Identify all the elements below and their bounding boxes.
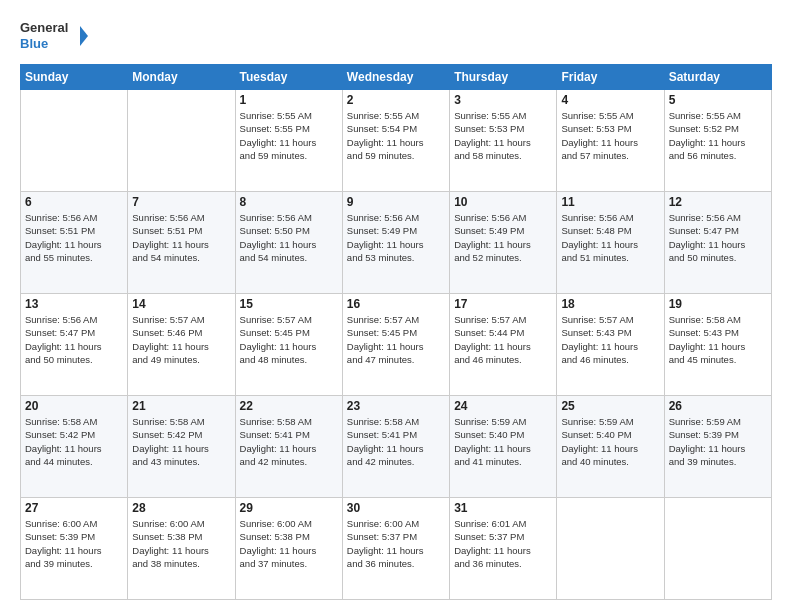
- svg-text:General: General: [20, 20, 68, 35]
- day-number: 4: [561, 93, 659, 107]
- day-info: Sunrise: 5:57 AM Sunset: 5:46 PM Dayligh…: [132, 313, 230, 366]
- day-number: 29: [240, 501, 338, 515]
- svg-marker-2: [80, 26, 88, 46]
- svg-text:Blue: Blue: [20, 36, 48, 51]
- day-number: 30: [347, 501, 445, 515]
- weekday-header-friday: Friday: [557, 65, 664, 90]
- calendar-day-cell: 7Sunrise: 5:56 AM Sunset: 5:51 PM Daylig…: [128, 192, 235, 294]
- calendar-day-cell: 18Sunrise: 5:57 AM Sunset: 5:43 PM Dayli…: [557, 294, 664, 396]
- calendar-day-cell: 5Sunrise: 5:55 AM Sunset: 5:52 PM Daylig…: [664, 90, 771, 192]
- calendar-day-cell: 13Sunrise: 5:56 AM Sunset: 5:47 PM Dayli…: [21, 294, 128, 396]
- calendar-day-cell: 8Sunrise: 5:56 AM Sunset: 5:50 PM Daylig…: [235, 192, 342, 294]
- calendar-day-cell: 9Sunrise: 5:56 AM Sunset: 5:49 PM Daylig…: [342, 192, 449, 294]
- day-number: 14: [132, 297, 230, 311]
- day-info: Sunrise: 5:58 AM Sunset: 5:41 PM Dayligh…: [347, 415, 445, 468]
- calendar-week-row: 1Sunrise: 5:55 AM Sunset: 5:55 PM Daylig…: [21, 90, 772, 192]
- calendar-day-cell: 29Sunrise: 6:00 AM Sunset: 5:38 PM Dayli…: [235, 498, 342, 600]
- day-number: 10: [454, 195, 552, 209]
- calendar-day-cell: 25Sunrise: 5:59 AM Sunset: 5:40 PM Dayli…: [557, 396, 664, 498]
- day-number: 15: [240, 297, 338, 311]
- calendar-day-cell: 1Sunrise: 5:55 AM Sunset: 5:55 PM Daylig…: [235, 90, 342, 192]
- calendar-day-cell: 6Sunrise: 5:56 AM Sunset: 5:51 PM Daylig…: [21, 192, 128, 294]
- calendar-day-cell: 2Sunrise: 5:55 AM Sunset: 5:54 PM Daylig…: [342, 90, 449, 192]
- day-info: Sunrise: 5:59 AM Sunset: 5:39 PM Dayligh…: [669, 415, 767, 468]
- day-number: 31: [454, 501, 552, 515]
- day-info: Sunrise: 5:55 AM Sunset: 5:53 PM Dayligh…: [561, 109, 659, 162]
- generalblue-logo: General Blue: [20, 16, 90, 56]
- day-number: 16: [347, 297, 445, 311]
- weekday-header-sunday: Sunday: [21, 65, 128, 90]
- day-info: Sunrise: 5:57 AM Sunset: 5:45 PM Dayligh…: [240, 313, 338, 366]
- day-info: Sunrise: 5:55 AM Sunset: 5:53 PM Dayligh…: [454, 109, 552, 162]
- day-number: 21: [132, 399, 230, 413]
- day-info: Sunrise: 5:57 AM Sunset: 5:43 PM Dayligh…: [561, 313, 659, 366]
- day-number: 26: [669, 399, 767, 413]
- calendar-day-cell: 4Sunrise: 5:55 AM Sunset: 5:53 PM Daylig…: [557, 90, 664, 192]
- day-number: 1: [240, 93, 338, 107]
- day-info: Sunrise: 5:59 AM Sunset: 5:40 PM Dayligh…: [561, 415, 659, 468]
- calendar-week-row: 27Sunrise: 6:00 AM Sunset: 5:39 PM Dayli…: [21, 498, 772, 600]
- calendar-day-cell: 22Sunrise: 5:58 AM Sunset: 5:41 PM Dayli…: [235, 396, 342, 498]
- day-number: 17: [454, 297, 552, 311]
- day-info: Sunrise: 5:56 AM Sunset: 5:48 PM Dayligh…: [561, 211, 659, 264]
- day-info: Sunrise: 5:56 AM Sunset: 5:49 PM Dayligh…: [454, 211, 552, 264]
- day-info: Sunrise: 5:58 AM Sunset: 5:43 PM Dayligh…: [669, 313, 767, 366]
- calendar-day-cell: 16Sunrise: 5:57 AM Sunset: 5:45 PM Dayli…: [342, 294, 449, 396]
- day-number: 25: [561, 399, 659, 413]
- day-info: Sunrise: 6:00 AM Sunset: 5:38 PM Dayligh…: [132, 517, 230, 570]
- calendar-day-cell: 24Sunrise: 5:59 AM Sunset: 5:40 PM Dayli…: [450, 396, 557, 498]
- calendar-day-cell: 17Sunrise: 5:57 AM Sunset: 5:44 PM Dayli…: [450, 294, 557, 396]
- calendar-day-cell: 19Sunrise: 5:58 AM Sunset: 5:43 PM Dayli…: [664, 294, 771, 396]
- day-info: Sunrise: 5:56 AM Sunset: 5:49 PM Dayligh…: [347, 211, 445, 264]
- weekday-header-saturday: Saturday: [664, 65, 771, 90]
- day-number: 13: [25, 297, 123, 311]
- day-info: Sunrise: 5:58 AM Sunset: 5:42 PM Dayligh…: [132, 415, 230, 468]
- calendar-day-cell: 12Sunrise: 5:56 AM Sunset: 5:47 PM Dayli…: [664, 192, 771, 294]
- weekday-header-row: SundayMondayTuesdayWednesdayThursdayFrid…: [21, 65, 772, 90]
- calendar-day-cell: 30Sunrise: 6:00 AM Sunset: 5:37 PM Dayli…: [342, 498, 449, 600]
- day-number: 8: [240, 195, 338, 209]
- day-number: 11: [561, 195, 659, 209]
- day-info: Sunrise: 5:56 AM Sunset: 5:50 PM Dayligh…: [240, 211, 338, 264]
- day-info: Sunrise: 5:56 AM Sunset: 5:51 PM Dayligh…: [132, 211, 230, 264]
- calendar-day-cell: 3Sunrise: 5:55 AM Sunset: 5:53 PM Daylig…: [450, 90, 557, 192]
- calendar-day-cell: 15Sunrise: 5:57 AM Sunset: 5:45 PM Dayli…: [235, 294, 342, 396]
- logo: General Blue: [20, 16, 90, 56]
- calendar-week-row: 20Sunrise: 5:58 AM Sunset: 5:42 PM Dayli…: [21, 396, 772, 498]
- day-info: Sunrise: 5:56 AM Sunset: 5:47 PM Dayligh…: [25, 313, 123, 366]
- calendar-week-row: 6Sunrise: 5:56 AM Sunset: 5:51 PM Daylig…: [21, 192, 772, 294]
- day-number: 12: [669, 195, 767, 209]
- day-info: Sunrise: 5:55 AM Sunset: 5:52 PM Dayligh…: [669, 109, 767, 162]
- weekday-header-tuesday: Tuesday: [235, 65, 342, 90]
- calendar-table: SundayMondayTuesdayWednesdayThursdayFrid…: [20, 64, 772, 600]
- empty-cell: [664, 498, 771, 600]
- header: General Blue: [20, 16, 772, 56]
- calendar-day-cell: 28Sunrise: 6:00 AM Sunset: 5:38 PM Dayli…: [128, 498, 235, 600]
- weekday-header-wednesday: Wednesday: [342, 65, 449, 90]
- day-number: 28: [132, 501, 230, 515]
- weekday-header-thursday: Thursday: [450, 65, 557, 90]
- day-number: 22: [240, 399, 338, 413]
- day-number: 23: [347, 399, 445, 413]
- day-info: Sunrise: 5:57 AM Sunset: 5:44 PM Dayligh…: [454, 313, 552, 366]
- day-number: 5: [669, 93, 767, 107]
- day-info: Sunrise: 5:57 AM Sunset: 5:45 PM Dayligh…: [347, 313, 445, 366]
- calendar-day-cell: 11Sunrise: 5:56 AM Sunset: 5:48 PM Dayli…: [557, 192, 664, 294]
- day-info: Sunrise: 5:59 AM Sunset: 5:40 PM Dayligh…: [454, 415, 552, 468]
- calendar-day-cell: 27Sunrise: 6:00 AM Sunset: 5:39 PM Dayli…: [21, 498, 128, 600]
- empty-cell: [557, 498, 664, 600]
- day-info: Sunrise: 5:56 AM Sunset: 5:51 PM Dayligh…: [25, 211, 123, 264]
- day-info: Sunrise: 5:56 AM Sunset: 5:47 PM Dayligh…: [669, 211, 767, 264]
- day-number: 2: [347, 93, 445, 107]
- day-number: 24: [454, 399, 552, 413]
- day-info: Sunrise: 5:58 AM Sunset: 5:42 PM Dayligh…: [25, 415, 123, 468]
- day-info: Sunrise: 5:55 AM Sunset: 5:54 PM Dayligh…: [347, 109, 445, 162]
- day-number: 27: [25, 501, 123, 515]
- day-number: 20: [25, 399, 123, 413]
- weekday-header-monday: Monday: [128, 65, 235, 90]
- day-number: 7: [132, 195, 230, 209]
- empty-cell: [128, 90, 235, 192]
- day-info: Sunrise: 6:01 AM Sunset: 5:37 PM Dayligh…: [454, 517, 552, 570]
- calendar-day-cell: 20Sunrise: 5:58 AM Sunset: 5:42 PM Dayli…: [21, 396, 128, 498]
- empty-cell: [21, 90, 128, 192]
